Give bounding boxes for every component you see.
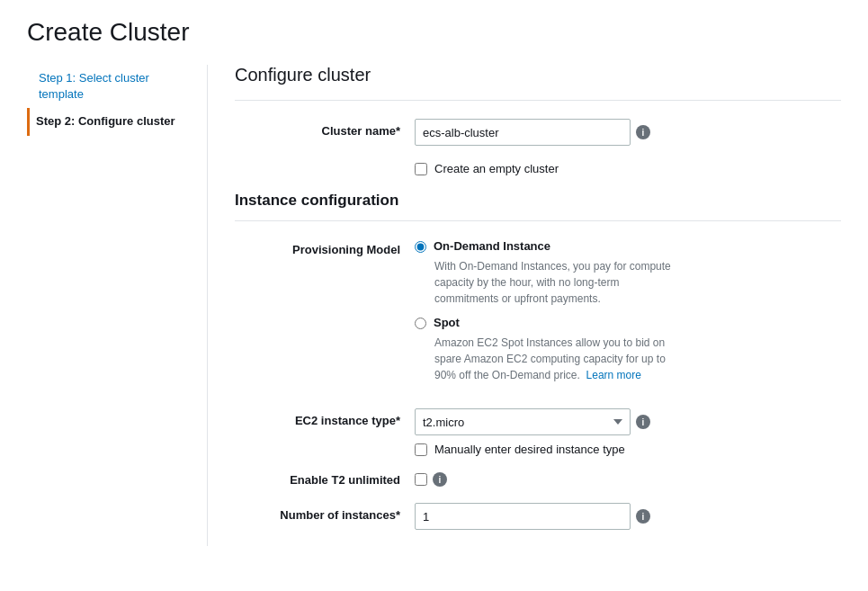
number-of-instances-row: Number of instances* i	[235, 503, 841, 530]
cluster-name-label: Cluster name*	[235, 119, 415, 138]
ec2-instance-type-row: EC2 instance type* t2.micro t2.small t2.…	[235, 408, 841, 456]
manually-enter-checkbox[interactable]	[415, 443, 427, 456]
ec2-type-info-icon[interactable]: i	[636, 415, 650, 429]
provisioning-model-row: Provisioning Model On-Demand Instance Wi…	[235, 239, 841, 392]
configure-cluster-title: Configure cluster	[235, 65, 841, 85]
number-of-instances-label: Number of instances*	[235, 503, 415, 522]
on-demand-label[interactable]: On-Demand Instance	[434, 239, 550, 253]
empty-cluster-text: Create an empty cluster	[434, 162, 559, 175]
instances-info-icon[interactable]: i	[636, 509, 650, 524]
cluster-name-control: i	[415, 119, 650, 146]
empty-cluster-label-spacer	[235, 162, 415, 167]
cluster-name-input[interactable]	[415, 119, 631, 146]
page-title: Create Cluster	[27, 18, 841, 47]
instance-config-section: Instance configuration Provisioning Mode…	[235, 192, 841, 530]
enable-t2-info-icon[interactable]: i	[433, 472, 447, 487]
spot-description: Amazon EC2 Spot Instances allow you to b…	[434, 335, 686, 383]
spot-option: Spot	[415, 316, 841, 329]
manually-enter-checkbox-label[interactable]: Manually enter desired instance type	[415, 443, 650, 456]
ec2-instance-type-select[interactable]: t2.micro t2.small t2.medium t2.large t3.…	[415, 408, 631, 435]
sidebar-step1-label: Step 1: Select cluster template	[39, 71, 149, 101]
ec2-instance-type-label: EC2 instance type*	[235, 408, 415, 427]
manually-enter-text: Manually enter desired instance type	[434, 443, 625, 456]
on-demand-description: With On-Demand Instances, you pay for co…	[434, 258, 686, 307]
enable-t2-control: i	[415, 472, 447, 487]
sidebar-step2-label: Step 2: Configure cluster	[36, 114, 175, 128]
number-of-instances-input[interactable]	[415, 503, 631, 530]
empty-cluster-checkbox-label[interactable]: Create an empty cluster	[415, 162, 559, 175]
on-demand-option: On-Demand Instance	[415, 239, 841, 253]
sidebar-item-step2[interactable]: Step 2: Configure cluster	[27, 108, 189, 135]
ec2-instance-type-control: t2.micro t2.small t2.medium t2.large t3.…	[415, 408, 650, 456]
sidebar-item-step1[interactable]: Step 1: Select cluster template	[27, 65, 189, 108]
on-demand-radio[interactable]	[415, 241, 426, 253]
provisioning-model-label: Provisioning Model	[235, 239, 415, 256]
ec2-type-field-group: t2.micro t2.small t2.medium t2.large t3.…	[415, 408, 650, 435]
cluster-name-field-group: i	[415, 119, 650, 146]
provisioning-model-control: On-Demand Instance With On-Demand Instan…	[415, 239, 841, 392]
empty-cluster-checkbox[interactable]	[415, 163, 427, 175]
instance-config-divider	[235, 220, 841, 221]
empty-cluster-row: Create an empty cluster	[235, 162, 841, 175]
instances-field-group: i	[415, 503, 650, 530]
empty-cluster-control: Create an empty cluster	[415, 162, 559, 175]
main-content: Configure cluster Cluster name* i	[207, 65, 841, 546]
instance-config-title: Instance configuration	[235, 192, 841, 210]
enable-t2-checkbox[interactable]	[415, 473, 427, 486]
sidebar: Step 1: Select cluster template Step 2: …	[27, 65, 207, 546]
cluster-name-row: Cluster name* i	[235, 119, 841, 146]
enable-t2-label: Enable T2 unlimited	[235, 473, 415, 487]
title-divider	[235, 100, 841, 101]
cluster-name-info-icon[interactable]: i	[636, 125, 650, 139]
spot-radio[interactable]	[415, 318, 426, 329]
enable-t2-row: Enable T2 unlimited i	[235, 472, 841, 487]
number-of-instances-control: i	[415, 503, 650, 530]
spot-learn-more-link[interactable]: Learn more	[586, 369, 641, 381]
spot-label[interactable]: Spot	[434, 316, 460, 329]
